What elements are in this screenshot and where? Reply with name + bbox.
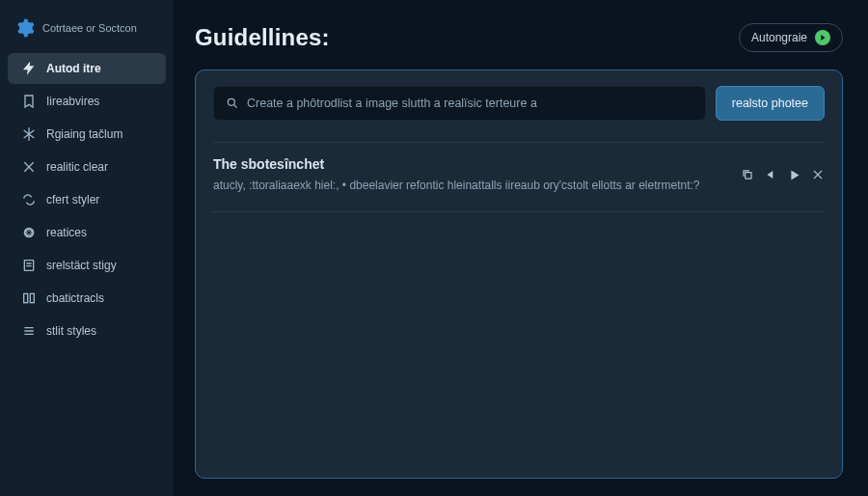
close-icon[interactable] bbox=[811, 168, 825, 181]
svg-rect-5 bbox=[746, 173, 751, 179]
loop-icon bbox=[21, 192, 37, 207]
sidebar-item-autod-itre[interactable]: Autod itre bbox=[8, 53, 166, 84]
snowflake-icon bbox=[21, 126, 37, 142]
bolt-icon bbox=[21, 61, 37, 76]
sidebar-item-iireabvires[interactable]: Iireabvires bbox=[8, 86, 166, 117]
main-content: Guidellines: Autongraie realsto photee T… bbox=[174, 0, 868, 496]
brand-name: Cotrtaee or Soctcon bbox=[42, 22, 137, 34]
list-icon bbox=[21, 323, 37, 339]
sidebar-item-label: Iireabvires bbox=[46, 95, 99, 108]
autogenerate-label: Autongraie bbox=[751, 31, 807, 44]
result-description: atucly, :ttoraliaaexk hiel:, • dbeelavie… bbox=[213, 178, 700, 194]
asterisk-icon bbox=[21, 225, 37, 240]
sidebar-item-label: stlit styles bbox=[46, 324, 96, 338]
header-row: Guidellines: Autongraie bbox=[195, 23, 843, 52]
search-icon bbox=[226, 96, 239, 110]
columns-icon bbox=[21, 290, 37, 306]
bookmark-icon bbox=[21, 94, 37, 109]
sidebar-item-label: reatices bbox=[46, 226, 87, 239]
previous-icon[interactable] bbox=[764, 168, 777, 181]
svg-rect-3 bbox=[30, 293, 34, 302]
arrow-circle-icon bbox=[815, 30, 830, 45]
sidebar-item-stlit-styles[interactable]: stlit styles bbox=[8, 316, 166, 346]
result-text-block: The sbotesînchet atucly, :ttoraliaaexk h… bbox=[213, 156, 700, 194]
sidebar-item-realitic-clear[interactable]: realitic clear bbox=[8, 152, 166, 182]
play-icon[interactable] bbox=[787, 168, 801, 182]
sidebar-item-label: srelstäct stigy bbox=[46, 259, 117, 272]
sidebar-item-label: realitic clear bbox=[46, 160, 108, 174]
content-panel: realsto photee The sbotesînchet atucly, … bbox=[195, 69, 843, 479]
sidebar-item-cbatictracls[interactable]: cbatictracls bbox=[8, 283, 166, 314]
sidebar: Cotrtaee or Soctcon Autod itre Iireabvir… bbox=[0, 0, 174, 496]
generate-button[interactable]: realsto photee bbox=[716, 86, 825, 121]
search-box[interactable] bbox=[213, 86, 706, 121]
autogenerate-button[interactable]: Autongraie bbox=[739, 23, 843, 52]
svg-point-4 bbox=[228, 98, 234, 105]
clear-icon bbox=[21, 159, 37, 175]
sidebar-item-label: Rgiaing tačlum bbox=[46, 127, 122, 141]
result-header: The sbotesînchet atucly, :ttoraliaaexk h… bbox=[213, 156, 825, 194]
copy-icon[interactable] bbox=[741, 168, 754, 181]
brand: Cotrtaee or Soctcon bbox=[0, 17, 174, 52]
sidebar-item-srelstact-stigy[interactable]: srelstäct stigy bbox=[8, 250, 166, 281]
search-input[interactable] bbox=[247, 96, 693, 110]
divider bbox=[213, 142, 825, 143]
sidebar-item-rgiaing-taclum[interactable]: Rgiaing tačlum bbox=[8, 119, 166, 150]
page-title: Guidellines: bbox=[195, 24, 330, 51]
sidebar-item-label: cfert styler bbox=[46, 193, 99, 207]
result-title: The sbotesînchet bbox=[213, 156, 700, 172]
gear-icon bbox=[14, 17, 35, 39]
sidebar-item-label: Autod itre bbox=[46, 62, 101, 75]
sidebar-item-reatices[interactable]: reatices bbox=[8, 217, 166, 248]
divider bbox=[213, 211, 825, 212]
sidebar-item-label: cbatictracls bbox=[46, 291, 104, 305]
document-icon bbox=[21, 258, 37, 273]
sidebar-item-cfert-styler[interactable]: cfert styler bbox=[8, 184, 166, 215]
svg-rect-2 bbox=[24, 293, 28, 302]
result-actions bbox=[741, 168, 825, 182]
search-row: realsto photee bbox=[213, 86, 825, 121]
